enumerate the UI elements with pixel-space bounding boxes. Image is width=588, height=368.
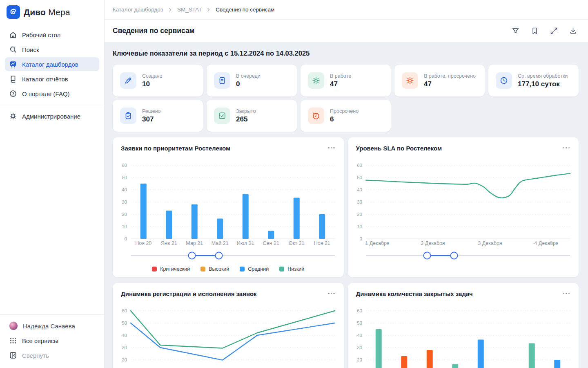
svg-text:20: 20 [122,212,127,217]
sidebar-item-reports[interactable]: Каталог отчётов [5,72,99,86]
bookmark-icon[interactable] [530,27,539,35]
bar [192,204,198,239]
download-icon[interactable] [569,27,577,35]
bar-chart-priorities: 0102030405060Ноя 20Янв 21Мар 21Май 21Июл… [113,137,344,277]
bar [375,329,381,368]
search-icon [9,45,17,54]
svg-text:?: ? [12,92,14,96]
app-window: Диво Мера Рабочий стол Поиск [0,0,588,368]
svg-text:Мар 21: Мар 21 [186,240,203,246]
kpi-label: Решено [142,108,161,114]
gear-icon [9,112,17,120]
svg-text:30: 30 [357,345,362,350]
slider-handle[interactable] [216,252,223,259]
chart-legend: КритическийВысокийСреднийНизкий [113,266,344,272]
sidebar-item-admin[interactable]: Администрирование [5,109,99,123]
svg-text:Янв 21: Янв 21 [161,240,177,246]
svg-text:40: 40 [357,333,362,338]
svg-text:10: 10 [122,224,127,229]
kpi-section-heading: Ключевые показатели за период с 15.12.20… [113,49,579,57]
alarm-clock-icon [308,108,324,124]
kpi-card-overdue: Просрочено6 [301,100,391,132]
dashboard-content: Ключевые показатели за период с 15.12.20… [105,42,588,368]
chart-menu-button[interactable] [327,145,335,151]
svg-text:50: 50 [122,321,127,325]
bar [217,219,223,239]
expand-icon[interactable] [550,27,558,35]
kpi-label: Создано [142,73,162,79]
svg-text:0: 0 [125,236,127,241]
legend-item[interactable]: Низкий [279,266,304,272]
svg-text:30: 30 [357,200,362,204]
svg-text:60: 60 [357,163,362,168]
kpi-card-in-progress: В работе47 [301,65,391,96]
bar [294,198,300,239]
breadcrumb-sm-stat[interactable]: SM_STAT [177,7,202,13]
kpi-value: 6 [330,115,359,123]
grid-dots-icon [9,337,17,345]
slider-handle[interactable] [450,252,457,259]
kpi-label: В работе, просрочено [424,73,476,79]
gear-icon [308,72,324,89]
legend-label: Средний [248,266,269,272]
bar [477,340,483,368]
svg-text:Окт 21: Окт 21 [289,240,304,246]
kpi-card-avg-time: Ср. время обработки177,10 суток [488,65,579,96]
line-chart-sla: 01020304050601 Декабря2 Декабря3 Декабря… [348,137,579,277]
kpi-label: Закрыто [236,108,256,114]
legend-item[interactable]: Средний [240,266,269,272]
brand-name: Диво Мера [24,7,70,17]
legend-swatch [279,267,284,272]
logo-icon [7,5,20,19]
chart-title: Динамика регистрации и исполнения заявок [121,290,257,297]
sidebar-item-label: Администрирование [22,113,80,120]
kpi-value: 177,10 суток [518,80,568,88]
chart-menu-button[interactable] [562,290,570,296]
svg-text:50: 50 [357,321,362,325]
collapse-label: Свернуть [22,352,49,359]
bar [319,214,325,239]
svg-text:0: 0 [359,236,362,241]
chart-menu-button[interactable] [327,290,335,296]
svg-text:2 Декабря: 2 Декабря [421,240,445,246]
sidebar-item-dashboards[interactable]: Каталог дашбордов [5,57,99,71]
bar [268,231,274,239]
legend-label: Критический [160,266,190,272]
question-circle-icon: ? [9,90,17,98]
all-services-button[interactable]: Все сервисы [5,334,99,348]
sidebar-footer: Надежда Санаева Все сервисы Свернуть [0,314,104,368]
kpi-grid: Создано10 В очереди0 В работе47 [113,65,579,132]
user-menu[interactable]: Надежда Санаева [5,319,99,333]
svg-text:1 Декабря: 1 Декабря [365,240,389,246]
collapse-sidebar-button[interactable]: Свернуть [5,348,99,362]
legend-item[interactable]: Высокий [200,266,229,272]
filter-icon[interactable] [511,27,520,35]
chart-title: Уровень SLA по Ростелеком [356,145,442,152]
svg-text:30: 30 [122,345,127,350]
sidebar-item-faq[interactable]: ? О портале (FAQ) [5,87,99,101]
slider-handle[interactable] [423,252,430,259]
svg-text:Ноя 20: Ноя 20 [135,240,151,246]
sidebar-item-label: Рабочий стол [22,31,60,38]
kpi-value: 0 [236,80,261,88]
chevron-right-icon [168,8,172,12]
slider-handle[interactable] [189,252,196,259]
breadcrumb-dashboards[interactable]: Каталог дашбордов [113,7,163,13]
kpi-value: 265 [236,115,256,123]
sidebar: Диво Мера Рабочий стол Поиск [0,0,105,368]
kpi-label: Просрочено [330,108,359,114]
svg-text:60: 60 [122,308,127,313]
legend-item[interactable]: Критический [152,266,190,272]
svg-text:20: 20 [357,357,362,362]
dashboard-icon [9,60,17,68]
chart-menu-button[interactable] [562,145,570,151]
sidebar-item-desktop[interactable]: Рабочий стол [5,28,99,42]
kpi-card-in-progress-overdue: В работе, просрочено47 [394,65,485,96]
legend-swatch [240,267,245,272]
series-line [366,173,570,198]
svg-text:Ноя 21: Ноя 21 [314,240,330,246]
sidebar-item-search[interactable]: Поиск [5,43,99,56]
toolbar [511,27,577,35]
pencil-icon [120,72,136,89]
bar [426,350,432,368]
